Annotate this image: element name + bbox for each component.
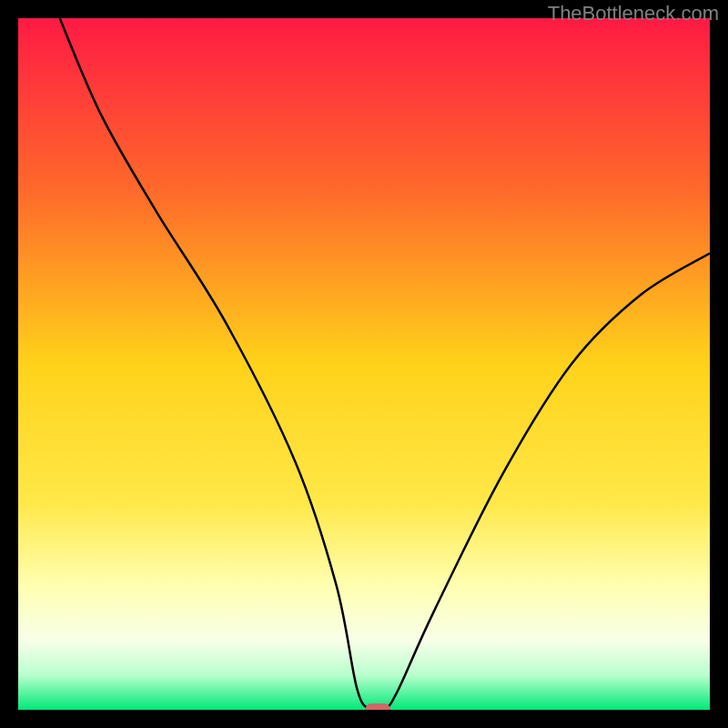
chart-svg [18,18,710,710]
chart-plot-area [18,18,710,710]
watermark-text: TheBottleneck.com [548,2,719,25]
gradient-background [18,18,710,710]
optimal-marker [365,703,390,710]
